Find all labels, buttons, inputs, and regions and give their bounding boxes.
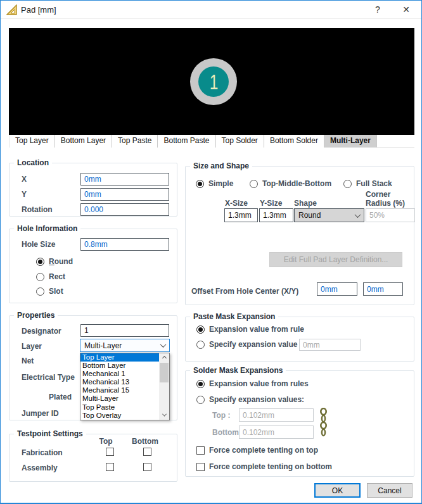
layer-combobox-value: Multi-Layer [84,341,122,350]
layer-option-mechanical-13[interactable]: Mechanical 13 [80,378,160,386]
y-size-input[interactable] [259,208,293,222]
tab-top-paste[interactable]: Top Paste [112,135,158,148]
corner-radius-input [366,208,415,222]
tab-top-solder[interactable]: Top Solder [216,135,264,148]
close-icon[interactable]: ✕ [393,1,419,19]
scroll-up-icon[interactable] [159,353,169,363]
layer-option-mechanical-1[interactable]: Mechanical 1 [80,370,160,378]
layer-option-multi-layer[interactable]: Multi-Layer [80,394,160,403]
scroll-down-icon[interactable] [159,410,169,420]
hole-rect-label[interactable]: Rect [49,272,65,281]
rotation-label: Rotation [22,205,53,214]
edit-full-pad-layer-definition-button: Edit Full Pad Layer Definition... [269,252,402,267]
help-button[interactable]: ? [367,1,388,19]
title-bar: Pad [mm] ? ✕ [1,1,421,19]
hole-size-label: Hole Size [22,240,55,249]
hole-rect-radio[interactable] [36,273,44,281]
pad-drill-hole: 1 [198,66,229,97]
y-size-column-label: Y-Size [260,199,282,208]
tab-top-layer[interactable]: Top Layer [9,135,55,148]
y-input[interactable] [80,188,169,201]
layer-option-top-layer[interactable]: Top Layer [80,353,160,362]
x-size-input[interactable] [224,208,258,222]
hole-round-radio[interactable] [36,258,44,266]
solder-specify-label[interactable]: Specify expansion values: [209,395,304,404]
layer-option-bottom-layer[interactable]: Bottom Layer [80,362,160,370]
hole-slot-label[interactable]: Slot [49,287,63,296]
offset-from-hole-center-label: Offset From Hole Center (X/Y) [191,287,298,296]
shape-combobox[interactable]: Round [294,208,364,222]
testpoint-settings-group: Testpoint Settings Top Bottom Fabricatio… [9,434,177,482]
fabrication-bottom-checkbox[interactable] [143,448,151,456]
paste-mask-group-title: Paste Mask Expansion [190,312,278,321]
force-tenting-top-label[interactable]: Force complete tenting on top [209,446,318,455]
solder-rules-label[interactable]: Expansion value from rules [209,379,309,388]
force-tenting-top-checkbox[interactable] [196,446,205,455]
hole-information-group-title: Hole Information [14,224,80,233]
paste-specify-label[interactable]: Specify expansion value [209,340,297,349]
location-group-title: Location [14,158,52,167]
pad-dialog-icon [6,4,17,15]
simple-radio[interactable] [196,180,204,188]
fabrication-label: Fabrication [22,448,63,457]
paste-rule-label[interactable]: Expansion value from rule [209,325,304,334]
layer-dropdown-list: Top Layer Bottom Layer Mechanical 1 Mech… [80,353,170,420]
full-stack-label[interactable]: Full Stack [356,179,392,188]
paste-specify-radio[interactable] [196,341,205,349]
offset-y-input[interactable] [363,282,403,296]
tab-bottom-solder[interactable]: Bottom Solder [264,135,324,148]
electrical-type-label: Electrical Type [22,373,75,382]
link-values-chain-icon[interactable] [319,408,328,439]
layer-label: Layer [22,342,42,351]
solder-specify-radio[interactable] [196,396,205,404]
net-label: Net [22,356,34,365]
solder-mask-group-title: Solder Mask Expansions [190,366,286,375]
designator-input[interactable] [80,324,169,337]
corner-radius-column-label: Corner Radius (%) [366,190,411,208]
testpoint-top-column-label: Top [93,437,118,446]
full-stack-radio[interactable] [343,180,352,188]
force-tenting-bottom-checkbox[interactable] [196,463,205,471]
layer-option-top-paste[interactable]: Top Paste [80,403,160,412]
pad-copper-ring: 1 [190,58,237,105]
scrollbar-thumb[interactable] [160,363,169,382]
x-size-column-label: X-Size [225,199,248,208]
cancel-button[interactable]: Cancel [367,483,412,498]
shape-column-label: Shape [294,199,317,208]
chevron-down-icon [160,341,167,348]
force-tenting-bottom-label[interactable]: Force complete tenting on bottom [209,462,332,471]
hole-size-input[interactable] [80,238,169,251]
designator-label: Designator [22,327,61,336]
plated-label: Plated [22,393,72,401]
paste-rule-radio[interactable] [196,325,205,334]
properties-group: Properties Designator Layer Multi-Layer … [9,315,177,420]
assembly-bottom-checkbox[interactable] [143,463,151,471]
layer-combobox[interactable]: Multi-Layer [80,339,170,352]
solder-rules-radio[interactable] [196,380,205,388]
assembly-label: Assembly [22,463,58,472]
top-middle-bottom-radio[interactable] [250,180,258,188]
x-input[interactable] [80,173,169,186]
offset-x-input[interactable] [317,282,357,296]
properties-group-title: Properties [14,311,58,320]
solder-top-input [239,408,314,422]
layer-option-top-overlay[interactable]: Top Overlay [80,412,160,420]
dropdown-scrollbar[interactable] [159,353,169,420]
top-middle-bottom-label[interactable]: Top-Middle-Bottom [262,179,331,188]
assembly-top-checkbox[interactable] [106,463,114,471]
tab-multi-layer[interactable]: Multi-Layer [324,135,377,148]
hole-round-label[interactable]: Round [49,257,73,266]
tab-bottom-paste[interactable]: Bottom Paste [158,135,215,148]
hole-slot-radio[interactable] [36,287,44,296]
jumper-id-label: Jumper ID [22,409,59,418]
ok-button[interactable]: OK [314,483,361,498]
tab-bottom-layer[interactable]: Bottom Layer [55,135,112,148]
location-group: Location X Y Rotation [9,163,177,217]
solder-top-label: Top : [212,411,230,420]
rotation-input[interactable] [80,203,169,216]
simple-label[interactable]: Simple [208,179,233,188]
solder-mask-expansions-group: Solder Mask Expansions Expansion value f… [185,370,414,477]
size-shape-group-title: Size and Shape [190,161,252,170]
fabrication-top-checkbox[interactable] [106,448,114,456]
layer-option-mechanical-15[interactable]: Mechanical 15 [80,386,160,394]
